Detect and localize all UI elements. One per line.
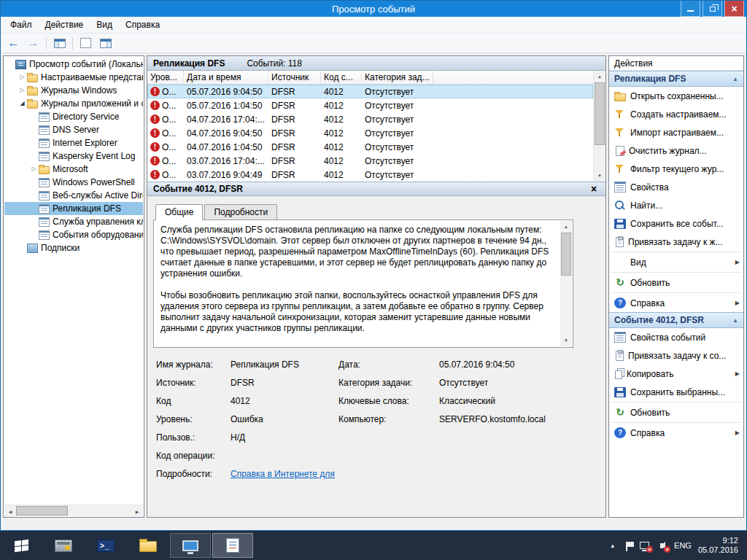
online-help-link[interactable]: Справка в Интернете для [231, 469, 595, 479]
title-bar[interactable]: Просмотр событий × [1, 1, 746, 17]
menu-item[interactable]: Действие [39, 18, 90, 32]
menu-item[interactable]: Справка [119, 18, 166, 32]
action-item[interactable]: Обновить [609, 403, 743, 421]
event-row[interactable]: !О...05.07.2016 9:04:50DFSR4012Отсутству… [147, 85, 593, 98]
tree-item[interactable]: Internet Explorer [4, 136, 143, 149]
scroll-down-icon[interactable]: ▼ [594, 170, 605, 182]
event-row[interactable]: !О...03.07.2016 9:04:49DFSR4012Отсутству… [147, 168, 593, 182]
tray-flag-icon[interactable] [621, 540, 632, 551]
action-item[interactable]: Свойства событий [609, 328, 743, 346]
tree-item[interactable]: События оборудования [4, 228, 143, 241]
menu-item[interactable]: Вид [90, 18, 119, 32]
taskbar-powershell-button[interactable] [85, 531, 126, 560]
event-row[interactable]: !О...05.07.2016 1:04:50DFSR4012Отсутству… [147, 98, 593, 112]
action-item[interactable]: Привязать задачу к ж... [609, 233, 743, 251]
tray-volume-icon[interactable]: × [656, 540, 667, 551]
scroll-up-icon[interactable]: ▲ [560, 221, 572, 233]
tree-item[interactable]: ▷Журналы Windows [4, 84, 143, 97]
expand-arrow-icon[interactable]: ▷ [18, 84, 27, 97]
scrollbar-thumb[interactable] [595, 82, 605, 145]
action-item[interactable]: Найти... [609, 196, 743, 214]
event-row[interactable]: !О...04.07.2016 1:04:50DFSR4012Отсутству… [147, 140, 593, 154]
scrollbar-track[interactable] [560, 233, 572, 335]
tree-horizontal-scrollbar[interactable]: ◀ ▶ [4, 505, 143, 516]
taskbar-management-console-button[interactable] [170, 533, 211, 558]
close-preview-icon[interactable]: × [588, 183, 600, 195]
action-item[interactable]: Очистить журнал... [609, 141, 743, 160]
toolbar-show-action-pane-button[interactable] [96, 35, 115, 51]
action-item[interactable]: Сохранить все событ... [609, 214, 743, 233]
tree-item[interactable]: ▷Microsoft [4, 163, 143, 176]
results-pane: Репликация DFS Событий: 118 Уров...Дата … [147, 55, 606, 518]
action-item[interactable]: Привязать задачу к со... [609, 346, 743, 365]
restore-button[interactable] [703, 1, 722, 17]
column-header[interactable]: Уров... [147, 71, 184, 84]
toolbar-forward-button[interactable] [24, 35, 42, 51]
event-row[interactable]: !О...04.07.2016 17:04:...DFSR4012Отсутст… [147, 112, 593, 126]
scroll-left-icon[interactable]: ◀ [4, 505, 16, 517]
event-code: 4012 [321, 142, 362, 152]
actions-list: Репликация DFS▲Открыть сохраненны...Созд… [609, 71, 743, 442]
action-item[interactable]: Справка▶ [609, 424, 743, 442]
tree-item[interactable]: Подписки [4, 241, 143, 254]
minimize-button[interactable] [681, 1, 700, 17]
column-header[interactable]: Код с... [321, 71, 362, 84]
tree-item[interactable]: Windows PowerShell [4, 176, 143, 189]
scrollbar-thumb[interactable] [561, 233, 571, 276]
tree-item[interactable]: DNS Server [4, 123, 143, 136]
action-item[interactable]: Свойства [609, 178, 743, 196]
clock[interactable]: 9:12 05.07.2016 [698, 536, 738, 555]
tree-item[interactable]: Kaspersky Event Log [4, 149, 143, 163]
tray-expand-icon[interactable]: ▴ [611, 542, 615, 549]
expand-arrow-icon[interactable]: ▷ [18, 71, 27, 84]
tab-details[interactable]: Подробности [204, 204, 277, 220]
taskbar-file-explorer-button[interactable] [128, 531, 169, 560]
language-indicator[interactable]: ENG [674, 541, 692, 550]
collapse-arrow-icon[interactable]: ◢ [18, 97, 27, 110]
tree-item[interactable]: Просмотр событий (Локальны [4, 58, 143, 71]
column-header[interactable]: Дата и время [184, 71, 268, 84]
tray-network-icon[interactable]: × [638, 540, 650, 551]
actions-section-header[interactable]: Событие 4012, DFSR▲ [609, 312, 743, 328]
taskbar-event-viewer-button[interactable] [212, 533, 253, 558]
toolbar-back-button[interactable] [4, 35, 23, 51]
tree-item[interactable]: Directory Service [4, 110, 143, 123]
tree-item[interactable]: Служба управления клю... [4, 215, 143, 228]
scrollbar-track[interactable] [594, 82, 605, 170]
column-header[interactable]: Категория зад... [362, 71, 433, 84]
field-value: SERVERFO.kostomfo.local [439, 414, 595, 424]
scrollbar-track[interactable] [16, 505, 131, 516]
tree-item[interactable]: ◢Журналы приложений и сл... [4, 97, 143, 110]
event-row[interactable]: !О...04.07.2016 9:04:50DFSR4012Отсутству… [147, 126, 593, 140]
menu-item[interactable]: Файл [4, 18, 39, 32]
action-item[interactable]: Фильтр текущего жур... [609, 160, 743, 178]
action-item[interactable]: Справка▶ [609, 294, 743, 312]
close-button[interactable]: × [724, 1, 744, 17]
scroll-right-icon[interactable]: ▶ [131, 505, 143, 517]
tree-item[interactable]: ▷Настраиваемые представл... [4, 71, 143, 84]
tree-item[interactable]: Веб-службы Active Direc... [4, 189, 143, 202]
action-item[interactable]: Сохранить выбранны... [609, 383, 743, 401]
tree-item-label: Internet Explorer [53, 138, 117, 148]
taskbar-server-manager-button[interactable] [43, 531, 84, 560]
scrollbar-thumb[interactable] [16, 506, 68, 516]
action-item[interactable]: Создать настраиваем... [609, 105, 743, 123]
scroll-up-icon[interactable]: ▲ [594, 71, 605, 82]
action-item[interactable]: Вид▶ [609, 253, 743, 271]
event-row[interactable]: !О...03.07.2016 17:04:...DFSR4012Отсутст… [147, 154, 593, 168]
action-item[interactable]: Копировать▶ [609, 365, 743, 383]
scroll-down-icon[interactable]: ▼ [560, 335, 572, 346]
action-item[interactable]: Импорт настраиваем... [609, 123, 743, 141]
toolbar-help-button[interactable] [77, 35, 95, 51]
expand-arrow-icon[interactable]: ▷ [29, 163, 39, 176]
action-item[interactable]: Обновить [609, 273, 743, 292]
tree-item[interactable]: Репликация DFS [4, 202, 143, 215]
actions-section-header[interactable]: Репликация DFS▲ [609, 71, 743, 87]
table-vertical-scrollbar[interactable]: ▲ ▼ [593, 71, 605, 182]
tab-general[interactable]: Общие [155, 204, 203, 220]
action-item[interactable]: Открыть сохраненны... [609, 87, 743, 105]
start-button[interactable] [0, 531, 42, 560]
description-scrollbar[interactable]: ▲ ▼ [560, 221, 572, 346]
toolbar-show-console-tree-button[interactable] [50, 35, 69, 51]
column-header[interactable]: Источник [268, 71, 321, 84]
